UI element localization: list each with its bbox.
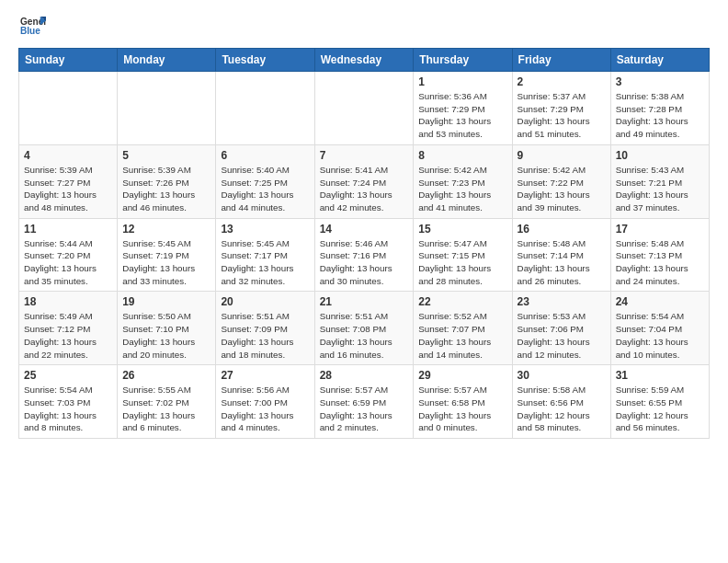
- day-number: 23: [518, 295, 606, 308]
- day-cell: 5Sunrise: 5:39 AM Sunset: 7:26 PM Daylig…: [118, 144, 216, 218]
- day-number: 22: [418, 295, 506, 308]
- day-cell: 24Sunrise: 5:54 AM Sunset: 7:04 PM Dayli…: [610, 292, 709, 365]
- week-row-5: 25Sunrise: 5:54 AM Sunset: 7:03 PM Dayli…: [19, 365, 710, 439]
- svg-text:Blue: Blue: [20, 26, 40, 36]
- day-info: Sunrise: 5:37 AM Sunset: 7:29 PM Dayligh…: [518, 90, 606, 141]
- logo: General Blue: [18, 15, 46, 40]
- day-info: Sunrise: 5:39 AM Sunset: 7:27 PM Dayligh…: [24, 164, 112, 214]
- day-number: 19: [122, 295, 210, 308]
- day-info: Sunrise: 5:42 AM Sunset: 7:23 PM Dayligh…: [418, 164, 506, 214]
- day-cell: [118, 72, 216, 145]
- day-number: 6: [221, 149, 309, 162]
- day-info: Sunrise: 5:41 AM Sunset: 7:24 PM Dayligh…: [320, 164, 409, 214]
- day-cell: [216, 72, 314, 145]
- week-row-1: 1Sunrise: 5:36 AM Sunset: 7:29 PM Daylig…: [19, 72, 710, 145]
- day-number: 10: [616, 149, 704, 162]
- day-cell: 2Sunrise: 5:37 AM Sunset: 7:29 PM Daylig…: [512, 72, 610, 145]
- day-info: Sunrise: 5:48 AM Sunset: 7:13 PM Dayligh…: [616, 237, 704, 288]
- day-number: 17: [616, 223, 704, 236]
- day-number: 28: [320, 369, 409, 382]
- day-number: 9: [518, 149, 606, 162]
- header: General Blue: [18, 15, 710, 40]
- day-info: Sunrise: 5:45 AM Sunset: 7:19 PM Dayligh…: [122, 237, 210, 288]
- weekday-header-tuesday: Tuesday: [216, 49, 314, 72]
- day-info: Sunrise: 5:43 AM Sunset: 7:21 PM Dayligh…: [616, 164, 704, 214]
- weekday-header-friday: Friday: [512, 49, 610, 72]
- day-info: Sunrise: 5:57 AM Sunset: 6:58 PM Dayligh…: [418, 384, 506, 434]
- day-cell: 12Sunrise: 5:45 AM Sunset: 7:19 PM Dayli…: [118, 218, 216, 292]
- day-cell: 8Sunrise: 5:42 AM Sunset: 7:23 PM Daylig…: [414, 144, 512, 218]
- day-cell: 1Sunrise: 5:36 AM Sunset: 7:29 PM Daylig…: [414, 72, 512, 145]
- day-cell: 6Sunrise: 5:40 AM Sunset: 7:25 PM Daylig…: [216, 144, 314, 218]
- day-number: 31: [616, 369, 704, 382]
- day-number: 25: [24, 369, 112, 382]
- day-cell: 23Sunrise: 5:53 AM Sunset: 7:06 PM Dayli…: [512, 292, 610, 365]
- day-info: Sunrise: 5:48 AM Sunset: 7:14 PM Dayligh…: [518, 237, 606, 288]
- day-info: Sunrise: 5:51 AM Sunset: 7:08 PM Dayligh…: [320, 310, 409, 361]
- day-cell: 13Sunrise: 5:45 AM Sunset: 7:17 PM Dayli…: [216, 218, 314, 292]
- day-cell: 22Sunrise: 5:52 AM Sunset: 7:07 PM Dayli…: [414, 292, 512, 365]
- day-number: 27: [221, 369, 309, 382]
- weekday-header-saturday: Saturday: [610, 49, 709, 72]
- day-info: Sunrise: 5:51 AM Sunset: 7:09 PM Dayligh…: [221, 310, 309, 361]
- day-info: Sunrise: 5:52 AM Sunset: 7:07 PM Dayligh…: [418, 310, 506, 361]
- week-row-4: 18Sunrise: 5:49 AM Sunset: 7:12 PM Dayli…: [19, 292, 710, 365]
- day-number: 12: [122, 223, 210, 236]
- day-cell: 25Sunrise: 5:54 AM Sunset: 7:03 PM Dayli…: [19, 365, 118, 439]
- day-info: Sunrise: 5:59 AM Sunset: 6:55 PM Dayligh…: [616, 384, 704, 434]
- day-cell: 29Sunrise: 5:57 AM Sunset: 6:58 PM Dayli…: [414, 365, 512, 439]
- day-cell: 3Sunrise: 5:38 AM Sunset: 7:28 PM Daylig…: [610, 72, 709, 145]
- day-info: Sunrise: 5:36 AM Sunset: 7:29 PM Dayligh…: [418, 90, 506, 141]
- day-number: 11: [24, 223, 112, 236]
- day-info: Sunrise: 5:58 AM Sunset: 6:56 PM Dayligh…: [518, 384, 606, 434]
- day-number: 21: [320, 295, 409, 308]
- day-number: 2: [518, 75, 606, 88]
- day-cell: 11Sunrise: 5:44 AM Sunset: 7:20 PM Dayli…: [19, 218, 118, 292]
- calendar: SundayMondayTuesdayWednesdayThursdayFrid…: [18, 48, 710, 439]
- day-info: Sunrise: 5:40 AM Sunset: 7:25 PM Dayligh…: [221, 164, 309, 214]
- day-cell: 20Sunrise: 5:51 AM Sunset: 7:09 PM Dayli…: [216, 292, 314, 365]
- day-info: Sunrise: 5:39 AM Sunset: 7:26 PM Dayligh…: [122, 164, 210, 214]
- day-number: 4: [24, 149, 112, 162]
- day-info: Sunrise: 5:57 AM Sunset: 6:59 PM Dayligh…: [320, 384, 409, 434]
- day-cell: 15Sunrise: 5:47 AM Sunset: 7:15 PM Dayli…: [414, 218, 512, 292]
- day-cell: 28Sunrise: 5:57 AM Sunset: 6:59 PM Dayli…: [314, 365, 414, 439]
- day-cell: 27Sunrise: 5:56 AM Sunset: 7:00 PM Dayli…: [216, 365, 314, 439]
- day-number: 3: [616, 75, 704, 88]
- day-cell: 14Sunrise: 5:46 AM Sunset: 7:16 PM Dayli…: [314, 218, 414, 292]
- week-row-3: 11Sunrise: 5:44 AM Sunset: 7:20 PM Dayli…: [19, 218, 710, 292]
- day-number: 24: [616, 295, 704, 308]
- day-cell: 21Sunrise: 5:51 AM Sunset: 7:08 PM Dayli…: [314, 292, 414, 365]
- day-number: 16: [518, 223, 606, 236]
- day-cell: 16Sunrise: 5:48 AM Sunset: 7:14 PM Dayli…: [512, 218, 610, 292]
- weekday-header-wednesday: Wednesday: [314, 49, 414, 72]
- day-number: 26: [122, 369, 210, 382]
- day-cell: 7Sunrise: 5:41 AM Sunset: 7:24 PM Daylig…: [314, 144, 414, 218]
- day-info: Sunrise: 5:55 AM Sunset: 7:02 PM Dayligh…: [122, 384, 210, 434]
- day-cell: [19, 72, 118, 145]
- day-cell: [314, 72, 414, 145]
- day-number: 1: [418, 75, 506, 88]
- day-info: Sunrise: 5:38 AM Sunset: 7:28 PM Dayligh…: [616, 90, 704, 141]
- day-number: 14: [320, 223, 409, 236]
- weekday-header-sunday: Sunday: [19, 49, 118, 72]
- day-cell: 30Sunrise: 5:58 AM Sunset: 6:56 PM Dayli…: [512, 365, 610, 439]
- day-number: 13: [221, 223, 309, 236]
- day-number: 30: [518, 369, 606, 382]
- day-cell: 9Sunrise: 5:42 AM Sunset: 7:22 PM Daylig…: [512, 144, 610, 218]
- day-cell: 10Sunrise: 5:43 AM Sunset: 7:21 PM Dayli…: [610, 144, 709, 218]
- day-cell: 4Sunrise: 5:39 AM Sunset: 7:27 PM Daylig…: [19, 144, 118, 218]
- logo-icon: General Blue: [20, 15, 46, 37]
- day-info: Sunrise: 5:54 AM Sunset: 7:03 PM Dayligh…: [24, 384, 112, 434]
- day-number: 18: [24, 295, 112, 308]
- day-info: Sunrise: 5:53 AM Sunset: 7:06 PM Dayligh…: [518, 310, 606, 361]
- day-info: Sunrise: 5:49 AM Sunset: 7:12 PM Dayligh…: [24, 310, 112, 361]
- day-cell: 26Sunrise: 5:55 AM Sunset: 7:02 PM Dayli…: [118, 365, 216, 439]
- weekday-header-row: SundayMondayTuesdayWednesdayThursdayFrid…: [19, 49, 710, 72]
- day-number: 5: [122, 149, 210, 162]
- weekday-header-monday: Monday: [118, 49, 216, 72]
- day-info: Sunrise: 5:50 AM Sunset: 7:10 PM Dayligh…: [122, 310, 210, 361]
- day-info: Sunrise: 5:47 AM Sunset: 7:15 PM Dayligh…: [418, 237, 506, 288]
- day-number: 15: [418, 223, 506, 236]
- week-row-2: 4Sunrise: 5:39 AM Sunset: 7:27 PM Daylig…: [19, 144, 710, 218]
